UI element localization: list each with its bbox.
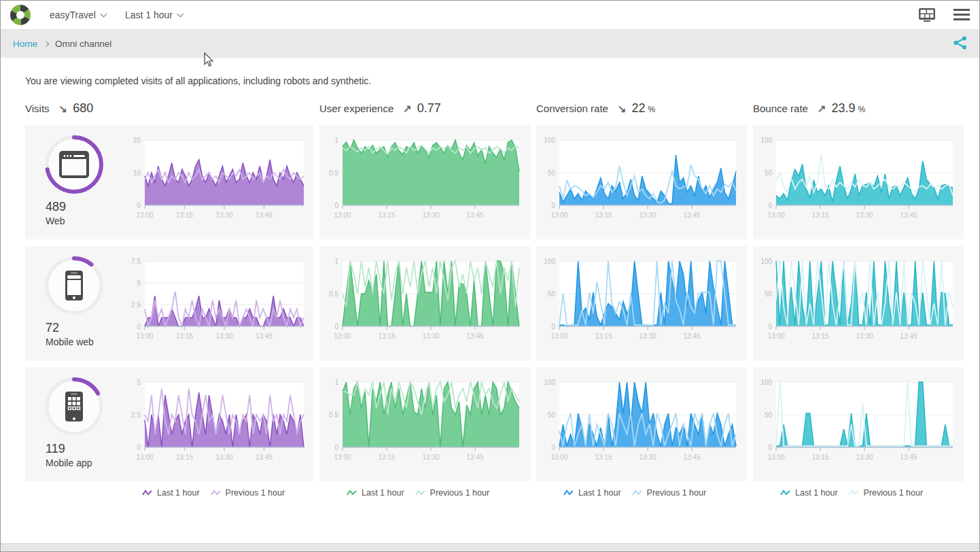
sparkline-icon — [347, 489, 357, 497]
web-user-experience-chart: 00.5113:0013:1513:3013:45 — [322, 135, 525, 231]
mobile-web-visits-chart: 02.557.513:0013:1513:3013:45 — [124, 256, 313, 352]
web-user-experience-tile: 00.5113:0013:1513:3013:45 — [319, 125, 530, 239]
svg-text:13:45: 13:45 — [466, 332, 483, 340]
svg-text:13:45: 13:45 — [900, 332, 917, 340]
svg-text:50: 50 — [765, 169, 773, 177]
svg-text:13:45: 13:45 — [256, 453, 273, 461]
mobile-web-visits-tile: 72 Mobile web 02.557.513:0013:1513:3013:… — [25, 246, 313, 360]
svg-text:10: 10 — [133, 169, 141, 177]
application-selector[interactable]: easyTravel — [50, 10, 106, 20]
app-window: easyTravel Last 1 hour — [0, 0, 980, 552]
channel-value: 489 — [46, 200, 124, 214]
svg-text:13:00: 13:00 — [550, 211, 567, 219]
svg-text:13:00: 13:00 — [334, 453, 351, 461]
channel-label: Mobile web — [46, 337, 124, 347]
legend-previous-label: Previous 1 hour — [430, 488, 490, 498]
mobile-web-conversion-rate-chart: 05010013:0013:1513:3013:45 — [539, 256, 741, 352]
svg-text:0: 0 — [137, 202, 141, 209]
application-selector-label: easyTravel — [50, 10, 96, 20]
svg-text:13:00: 13:00 — [136, 211, 153, 219]
svg-text:1: 1 — [334, 137, 338, 144]
svg-text:20: 20 — [133, 137, 141, 144]
svg-text:13:30: 13:30 — [639, 453, 656, 461]
svg-text:100: 100 — [544, 137, 555, 144]
legend-last-label: Last 1 hour — [362, 488, 404, 498]
svg-text:50: 50 — [765, 290, 773, 298]
mobile-app-visits-chart: 02.5513:0013:1513:3013:45 — [124, 377, 313, 473]
svg-text:13:00: 13:00 — [767, 453, 784, 461]
svg-text:13:15: 13:15 — [378, 453, 395, 461]
svg-text:1: 1 — [334, 379, 338, 386]
mobile-web-user-experience-chart: 00.5113:0013:1513:3013:45 — [322, 256, 525, 352]
mobile-web-conversion-rate-tile: 05010013:0013:1513:3013:45 — [536, 246, 747, 360]
mobile-web-bounce-rate-tile: 05010013:0013:1513:3013:45 — [753, 246, 964, 360]
metric-label: Bounce rate — [753, 103, 808, 114]
metric-label: Visits — [25, 103, 50, 114]
svg-text:13:30: 13:30 — [422, 211, 439, 219]
svg-text:0: 0 — [334, 323, 338, 330]
chevron-down-icon — [177, 10, 184, 17]
mobile-app-bounce-rate-tile: 05010013:0013:1513:3013:45 — [753, 367, 964, 481]
svg-text:0.5: 0.5 — [329, 169, 338, 177]
mobile-app-ring-gauge — [44, 377, 104, 436]
mobile-app-icon — [44, 377, 104, 436]
breadcrumb: Home Omni channel — [1, 30, 979, 58]
svg-text:13:30: 13:30 — [856, 332, 873, 340]
svg-text:5: 5 — [137, 279, 141, 287]
svg-text:13:30: 13:30 — [422, 453, 439, 461]
svg-text:13:00: 13:00 — [767, 211, 784, 219]
svg-text:13:15: 13:15 — [595, 453, 612, 461]
svg-text:0.5: 0.5 — [329, 411, 338, 419]
svg-text:13:30: 13:30 — [856, 211, 873, 219]
svg-text:100: 100 — [760, 258, 772, 265]
svg-text:13:45: 13:45 — [683, 332, 700, 340]
breadcrumb-home-link[interactable]: Home — [13, 39, 37, 49]
web-bounce-rate-tile: 05010013:0013:1513:3013:45 — [753, 125, 964, 239]
dynatrace-logo-icon[interactable] — [10, 5, 31, 25]
svg-text:0.5: 0.5 — [329, 290, 338, 298]
timeframe-selector-label: Last 1 hour — [125, 10, 173, 20]
mobile-app-visits-tile: 119 Mobile app 02.5513:0013:1513:3013:45 — [25, 367, 313, 481]
svg-text:50: 50 — [548, 411, 556, 419]
row-mobile-web: 72 Mobile web 02.557.513:0013:1513:3013:… — [25, 246, 979, 360]
mobile-app-conversion-rate-tile: 05010013:0013:1513:3013:45 — [536, 367, 747, 481]
svg-text:100: 100 — [760, 137, 772, 144]
web-visits-tile: 489 Web 0102013:0013:1513:3013:45 — [25, 125, 313, 239]
svg-text:13:30: 13:30 — [639, 211, 656, 219]
svg-text:13:30: 13:30 — [856, 453, 873, 461]
svg-text:13:00: 13:00 — [334, 332, 351, 340]
web-ring-gauge — [44, 135, 104, 194]
row-web: 489 Web 0102013:0013:1513:3013:45 00.511… — [25, 125, 979, 239]
dashboard-content: You are viewing completed visits of all … — [1, 58, 979, 552]
sparkline-icon — [849, 489, 860, 497]
svg-text:100: 100 — [544, 379, 555, 386]
svg-text:5: 5 — [137, 379, 141, 386]
sparkline-icon — [211, 489, 222, 497]
svg-text:13:15: 13:15 — [378, 211, 395, 219]
metric-header-conversion-rate: Conversion rate ↘ 22 % — [536, 101, 747, 116]
legend-last-label: Last 1 hour — [578, 488, 621, 498]
svg-text:50: 50 — [765, 411, 773, 419]
mobile-app-bounce-rate-chart: 05010013:0013:1513:3013:45 — [756, 377, 958, 473]
metric-headers: Visits ↘ 680 User experience ↗ 0.77 Conv… — [25, 101, 979, 125]
sparkline-icon — [632, 489, 643, 497]
timeframe-selector[interactable]: Last 1 hour — [125, 10, 183, 20]
svg-text:13:45: 13:45 — [900, 211, 917, 219]
channel-label: Web — [46, 215, 124, 226]
chevron-right-icon — [43, 41, 49, 46]
svg-text:13:45: 13:45 — [900, 453, 917, 461]
share-icon[interactable] — [953, 36, 967, 52]
metric-value: 0.77 — [417, 101, 441, 116]
metric-value: 680 — [73, 101, 93, 116]
svg-text:100: 100 — [544, 258, 555, 265]
trend-down-icon: ↘ — [59, 103, 68, 115]
mobile-app-user-experience-tile: 00.5113:0013:1513:3013:45 — [319, 367, 530, 481]
dashboards-icon[interactable] — [918, 7, 936, 22]
chart-legends: Last 1 hour Previous 1 hour Last 1 hour … — [25, 488, 979, 498]
svg-text:13:45: 13:45 — [256, 332, 273, 340]
metric-header-bounce-rate: Bounce rate ↗ 23.9 % — [753, 101, 964, 116]
svg-text:13:45: 13:45 — [683, 453, 700, 461]
svg-text:13:15: 13:15 — [176, 453, 193, 461]
svg-text:13:30: 13:30 — [215, 332, 232, 340]
menu-icon[interactable] — [953, 9, 970, 21]
